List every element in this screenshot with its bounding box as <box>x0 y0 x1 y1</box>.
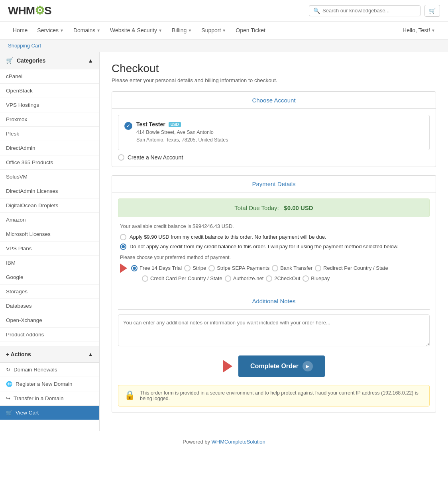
footer-link[interactable]: WHMCompleteSolution <box>212 439 265 445</box>
sidebar-action-domain-renewals[interactable]: ↻ Domain Renewals <box>0 363 99 377</box>
bluepay-radio[interactable] <box>303 275 309 282</box>
sidebar-item-directadmin-licenses[interactable]: DirectAdmin Licenses <box>0 184 99 198</box>
complete-order-arrow-indicator <box>223 360 232 373</box>
authorize-radio[interactable] <box>225 275 231 282</box>
sidebar-item-amazon[interactable]: Amazon <box>0 213 99 227</box>
account-address-line2: San Antonio, Texas, 78205, United States <box>136 136 423 144</box>
top-header: WHM⚙S 🔍 🛒 <box>0 0 448 22</box>
account-address-line1: 414 Bowie Street, Ave San Antonio <box>136 129 423 136</box>
additional-notes-section: Additional Notes <box>118 288 430 348</box>
sidebar-item-vps-hostings[interactable]: VPS Hostings <box>0 98 99 112</box>
sidebar-item-proxmox[interactable]: Proxmox <box>0 112 99 127</box>
sidebar-item-microsoft-licenses[interactable]: Microsoft Licenses <box>0 227 99 242</box>
nav-billing[interactable]: Billing ▼ <box>167 22 196 39</box>
chevron-down-icon: ▼ <box>188 28 192 33</box>
cart-button[interactable]: 🛒 <box>424 5 440 17</box>
sidebar-item-vps-plans[interactable]: VPS Plans <box>0 242 99 256</box>
chevron-down-icon: ▼ <box>431 28 435 33</box>
total-due-bar: Total Due Today: $0.00 USD <box>118 198 430 217</box>
chevron-down-icon: ▼ <box>222 28 226 33</box>
sidebar-item-storages[interactable]: Storages <box>0 285 99 299</box>
stripe-radio[interactable] <box>184 265 191 271</box>
apply-credit-option[interactable]: Apply $9.90 USD from my credit balance t… <box>118 234 430 240</box>
sidebar-action-transfer-domain[interactable]: ↪ Transfer in a Domain <box>0 391 99 406</box>
payment-details-section: Payment Details Total Due Today: $0.00 U… <box>112 175 436 413</box>
nav-open-ticket[interactable]: Open Ticket <box>231 22 270 39</box>
payment-method-bank-transfer[interactable]: Bank Transfer <box>272 265 312 271</box>
payment-details-title: Payment Details <box>112 175 436 192</box>
actions-header: + Actions ▲ <box>0 346 99 363</box>
transfer-icon: ↪ <box>6 395 10 401</box>
2checkout-radio[interactable] <box>266 275 272 282</box>
nav-services[interactable]: Services ▼ <box>32 22 69 39</box>
sidebar-item-openstack[interactable]: OpenStack <box>0 84 99 98</box>
breadcrumb[interactable]: Shopping Cart <box>0 39 448 52</box>
bank-transfer-radio[interactable] <box>272 265 278 271</box>
sidebar-item-google[interactable]: Google <box>0 270 99 285</box>
no-credit-option[interactable]: Do not apply any credit from my credit b… <box>118 243 430 250</box>
sidebar-item-ibm[interactable]: IBM <box>0 256 99 270</box>
stripe-sepa-radio[interactable] <box>208 265 215 271</box>
free-trial-radio[interactable] <box>131 265 138 271</box>
nav-website-security[interactable]: Website & Security ▼ <box>105 22 167 39</box>
payment-method-credit-card[interactable]: Credit Card Per Country / State <box>142 275 222 282</box>
sidebar: 🛒 Categories ▲ cPanel OpenStack VPS Host… <box>0 52 100 431</box>
nav-user[interactable]: Hello, Test! ▼ <box>398 22 440 39</box>
search-bar[interactable]: 🔍 <box>309 5 420 16</box>
nav-right: Hello, Test! ▼ <box>398 22 440 39</box>
sidebar-item-product-addons[interactable]: Product Addons <box>0 328 99 342</box>
apply-credit-label: Apply $9.90 USD from my credit balance t… <box>130 234 326 240</box>
chevron-up-icon: ▲ <box>88 351 93 357</box>
lock-icon: 🔒 <box>124 390 135 401</box>
redirect-radio[interactable] <box>315 265 321 271</box>
additional-notes-title: Additional Notes <box>118 293 430 310</box>
sidebar-item-digitalocean[interactable]: DigitalOcean Droplets <box>0 198 99 213</box>
sidebar-item-office365[interactable]: Office 365 Products <box>0 155 99 170</box>
search-input[interactable] <box>322 8 416 14</box>
no-credit-radio[interactable] <box>120 243 126 250</box>
chevron-down-icon: ▼ <box>60 28 64 33</box>
sidebar-item-plesk[interactable]: Plesk <box>0 127 99 141</box>
additional-notes-input[interactable] <box>118 314 430 346</box>
chevron-up-icon: ▲ <box>88 57 93 64</box>
nav-home[interactable]: Home <box>8 22 32 39</box>
security-notice: 🔒 This order form is provided in a secur… <box>118 385 430 406</box>
total-due-label: Total Due Today: <box>234 204 279 211</box>
payment-method-free-trial[interactable]: Free 14 Days Trial <box>131 265 182 271</box>
payment-method-bluepay[interactable]: Bluepay <box>303 275 330 282</box>
payment-method-2checkout[interactable]: 2CheckOut <box>266 275 300 282</box>
globe-icon: 🌐 <box>6 381 12 387</box>
payment-method-stripe[interactable]: Stripe <box>184 265 206 271</box>
chevron-down-icon: ▼ <box>96 28 100 33</box>
main-content: Checkout Please enter your personal deta… <box>100 52 448 431</box>
sidebar-item-solusvm[interactable]: SolusVM <box>0 170 99 184</box>
payment-method-stripe-sepa[interactable]: Stripe SEPA Payments <box>208 265 269 271</box>
credit-card-radio[interactable] <box>142 275 148 282</box>
choose-account-section: Choose Account ✓ Test Tester USD 414 Bow… <box>112 91 436 167</box>
payment-method-authorize[interactable]: Authorize.net <box>225 275 264 282</box>
apply-credit-radio[interactable] <box>120 234 126 240</box>
complete-order-wrap: Complete Order ► <box>118 355 430 377</box>
nav-support[interactable]: Support ▼ <box>196 22 231 39</box>
create-account-option[interactable]: Create a New Account <box>118 154 430 161</box>
payment-method-redirect[interactable]: Redirect Per Country / State <box>315 265 388 271</box>
cart-icon: 🛒 <box>6 410 12 416</box>
choose-account-title: Choose Account <box>112 92 436 109</box>
search-icon: 🔍 <box>313 8 320 14</box>
credit-balance-text: Your available credit balance is $994246… <box>118 223 430 229</box>
account-box[interactable]: ✓ Test Tester USD 414 Bowie Street, Ave … <box>118 115 430 150</box>
security-notice-text: This order form is provided in a secure … <box>140 390 423 401</box>
payment-methods-row2: Credit Card Per Country / State Authoriz… <box>118 275 430 282</box>
sidebar-item-cpanel[interactable]: cPanel <box>0 69 99 84</box>
nav-domains[interactable]: Domains ▼ <box>69 22 105 39</box>
sidebar-action-view-cart[interactable]: 🛒 View Cart <box>0 406 99 420</box>
sidebar-item-open-xchange[interactable]: Open-Xchange <box>0 313 99 328</box>
preferred-method-label: Please choose your preferred method of p… <box>120 255 428 260</box>
sidebar-item-directadmin[interactable]: DirectAdmin <box>0 141 99 155</box>
account-name: Test Tester <box>136 121 165 128</box>
create-account-radio[interactable] <box>118 154 124 161</box>
sidebar-action-register-domain[interactable]: 🌐 Register a New Domain <box>0 377 99 391</box>
complete-order-button[interactable]: Complete Order ► <box>238 355 325 377</box>
main-nav: Home Services ▼ Domains ▼ Website & Secu… <box>0 22 448 39</box>
sidebar-item-databases[interactable]: Databases <box>0 299 99 313</box>
